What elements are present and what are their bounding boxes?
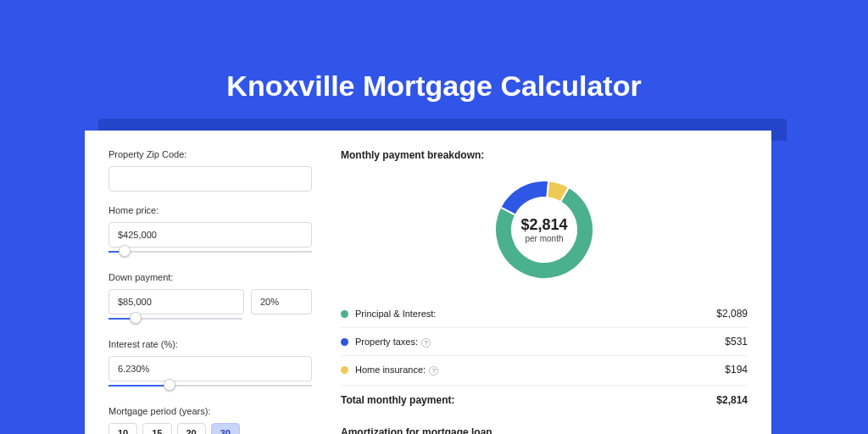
down-payment-input[interactable] [108, 289, 244, 314]
period-group: Mortgage period (years): 10152030 [108, 406, 312, 434]
total-value: $2,814 [716, 394, 748, 406]
period-chip-15[interactable]: 15 [142, 423, 171, 434]
breakdown-label: Property taxes:? [355, 337, 725, 348]
period-chip-10[interactable]: 10 [108, 423, 137, 434]
down-payment-label: Down payment: [108, 272, 312, 282]
zip-group: Property Zip Code: [108, 149, 312, 192]
legend-dot-icon [341, 310, 348, 318]
slider-thumb-icon[interactable] [164, 379, 175, 391]
legend-dot-icon [341, 366, 348, 374]
breakdown-panel: Monthly payment breakdown: $2,814 per mo… [341, 149, 748, 434]
info-icon[interactable]: ? [429, 366, 438, 376]
home-price-label: Home price: [108, 205, 312, 215]
slider-thumb-icon[interactable] [130, 312, 142, 324]
rate-group: Interest rate (%): [108, 339, 312, 392]
period-chip-20[interactable]: 20 [177, 423, 206, 434]
down-payment-group: Down payment: [108, 272, 312, 326]
calculator-sheet: Property Zip Code: Home price: Down paym… [85, 131, 771, 434]
period-chip-30[interactable]: 30 [211, 423, 240, 434]
rate-slider[interactable] [108, 381, 312, 392]
zip-label: Property Zip Code: [108, 149, 312, 159]
slider-thumb-icon[interactable] [119, 245, 131, 257]
down-payment-slider[interactable] [108, 314, 242, 326]
rate-label: Interest rate (%): [108, 339, 312, 349]
breakdown-value: $194 [725, 364, 748, 376]
breakdown-row: Home insurance:?$194 [341, 356, 748, 383]
info-icon[interactable]: ? [421, 338, 431, 348]
down-payment-pct-input[interactable] [251, 289, 312, 314]
breakdown-label: Principal & Interest: [355, 309, 716, 319]
breakdown-row: Principal & Interest:$2,089 [341, 300, 748, 328]
page-title: Knoxville Mortgage Calculator [0, 0, 868, 103]
zip-input[interactable] [108, 166, 312, 192]
breakdown-title: Monthly payment breakdown: [341, 149, 748, 161]
amortization-title: Amortization for mortgage loan [341, 426, 748, 434]
legend-dot-icon [341, 338, 348, 346]
donut-chart: $2,814 per month [492, 178, 596, 281]
home-price-slider[interactable] [108, 247, 312, 259]
period-label: Mortgage period (years): [108, 406, 312, 416]
breakdown-value: $2,089 [716, 308, 748, 320]
breakdown-value: $531 [725, 336, 748, 348]
breakdown-row: Property taxes:?$531 [341, 328, 748, 356]
period-chips: 10152030 [108, 423, 312, 434]
home-price-input[interactable] [108, 222, 312, 248]
breakdown-label: Home insurance:? [355, 364, 725, 376]
donut-wrap: $2,814 per month [341, 171, 748, 300]
total-label: Total monthly payment: [341, 394, 716, 406]
home-price-group: Home price: [108, 205, 312, 259]
inputs-panel: Property Zip Code: Home price: Down paym… [108, 149, 312, 434]
rate-input[interactable] [108, 356, 312, 381]
